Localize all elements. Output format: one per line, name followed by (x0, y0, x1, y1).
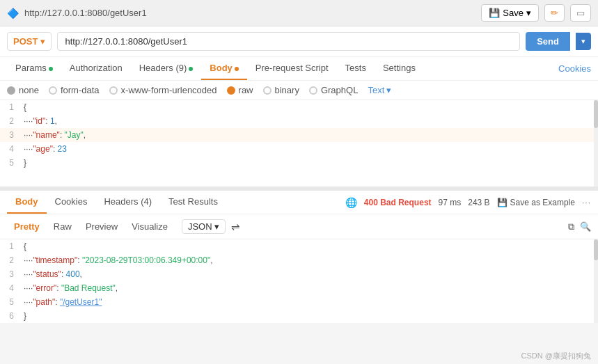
body-dot (235, 67, 239, 71)
format-tab-pretty[interactable]: Pretty (7, 219, 47, 235)
send-chevron-button[interactable]: ▾ (576, 33, 591, 50)
app-icon: 🔷 (7, 8, 19, 19)
binary-radio[interactable] (263, 86, 272, 95)
save-button[interactable]: 💾 Save ▾ (481, 4, 539, 22)
body-type-urlencoded[interactable]: x-www-form-urlencoded (109, 85, 217, 95)
url-input[interactable] (57, 32, 520, 51)
request-line-1: 1 { (0, 100, 598, 114)
response-size: 243 B (468, 198, 489, 207)
tab-settings[interactable]: Settings (375, 57, 424, 80)
method-label: POST (13, 36, 38, 47)
response-tabs: Body Cookies Headers (4) Test Results 🌐 … (0, 191, 598, 214)
json-chevron-icon: ▾ (214, 221, 219, 232)
response-body: 1 { 2 ····"timestamp": "2023-08-29T03:00… (0, 239, 598, 323)
response-tab-headers[interactable]: Headers (4) (95, 191, 160, 214)
response-scrollbar-thumb (594, 239, 598, 260)
request-line-3: 3 ····"name": "Jay", (0, 128, 598, 142)
response-line-4: 4 ····"error": "Bad Request", (0, 281, 598, 295)
response-line-2: 2 ····"timestamp": "2023-08-29T03:00:06.… (0, 253, 598, 267)
nav-tabs: Params Authorization Headers (9) Body Pr… (0, 57, 598, 81)
wrap-icon[interactable]: ⇌ (231, 221, 240, 233)
tab-params[interactable]: Params (7, 57, 61, 80)
urlencoded-radio[interactable] (109, 86, 118, 95)
response-tab-test-results[interactable]: Test Results (160, 191, 226, 214)
save-chevron-icon: ▾ (526, 8, 531, 18)
path-link[interactable]: "/getUser1" (60, 297, 102, 307)
format-tab-raw[interactable]: Raw (47, 219, 79, 235)
response-line-1: 1 { (0, 239, 598, 253)
globe-icon: 🌐 (345, 197, 357, 208)
json-format-select[interactable]: JSON ▾ (182, 219, 226, 234)
cookies-link[interactable]: Cookies (558, 58, 591, 79)
method-select[interactable]: POST ▾ (7, 32, 52, 51)
form-data-label: form-data (61, 85, 100, 95)
watermark: CSDN @康提扣狗兔 (521, 351, 591, 361)
response-section: Body Cookies Headers (4) Test Results 🌐 … (0, 191, 598, 323)
request-line-5: 5 } (0, 156, 598, 170)
body-type-graphql[interactable]: GraphQL (309, 85, 358, 95)
status-text: 400 Bad Request (364, 198, 432, 207)
search-icon[interactable]: 🔍 (580, 221, 591, 232)
text-label: Text (368, 85, 384, 95)
response-time: 97 ms (439, 198, 462, 207)
graphql-radio[interactable] (309, 86, 317, 95)
request-line-4: 4 ····"age": 23 (0, 142, 598, 156)
text-chevron-icon: ▾ (386, 85, 391, 95)
save-example-button[interactable]: 💾 Save as Example (497, 198, 575, 207)
body-type-binary[interactable]: binary (263, 85, 299, 95)
request-line-2: 2 ····"id": 1, (0, 114, 598, 128)
response-more-menu[interactable]: ··· (582, 198, 591, 207)
tab-body[interactable]: Body (201, 57, 247, 80)
response-line-5: 5 ····"path": "/getUser1" (0, 295, 598, 309)
top-bar: 🔷 http://127.0.0.1:8080/getUser1 💾 Save … (0, 0, 598, 26)
form-data-radio[interactable] (49, 86, 57, 95)
editor-scrollbar[interactable] (594, 100, 598, 187)
tab-headers[interactable]: Headers (9) (131, 57, 202, 80)
save-label: Save (503, 8, 524, 18)
method-chevron-icon: ▾ (40, 36, 45, 47)
raw-radio[interactable] (227, 86, 235, 95)
edit-button[interactable]: ✏ (544, 4, 565, 22)
urlencoded-label: x-www-form-urlencoded (121, 85, 217, 95)
none-label: none (19, 85, 39, 95)
comment-button[interactable]: ▭ (570, 4, 591, 22)
copy-icon[interactable]: ⧉ (568, 221, 574, 232)
response-tab-body[interactable]: Body (7, 191, 47, 214)
none-radio[interactable] (7, 86, 15, 95)
tab-tests[interactable]: Tests (337, 57, 375, 80)
tab-authorization[interactable]: Authorization (61, 57, 131, 80)
response-status: 🌐 400 Bad Request 97 ms 243 B 💾 Save as … (345, 197, 591, 208)
text-dropdown[interactable]: Text ▾ (368, 85, 391, 95)
format-actions: ⧉ 🔍 (568, 221, 591, 232)
body-type-tabs: none form-data x-www-form-urlencoded raw… (0, 81, 598, 100)
editor-scrollbar-thumb (594, 100, 598, 128)
graphql-label: GraphQL (321, 85, 358, 95)
tab-pre-request[interactable]: Pre-request Script (247, 57, 337, 80)
request-bar: POST ▾ Send ▾ (0, 26, 598, 57)
response-tab-cookies[interactable]: Cookies (47, 191, 96, 214)
response-line-3: 3 ····"status": 400, (0, 267, 598, 281)
save-example-icon: 💾 (497, 198, 507, 207)
save-disk-icon: 💾 (489, 8, 500, 18)
request-body-editor[interactable]: 1 { 2 ····"id": 1, 3 ····"name": "Jay", … (0, 100, 598, 191)
json-label: JSON (188, 221, 212, 232)
save-example-label: Save as Example (510, 198, 575, 207)
send-button[interactable]: Send (526, 32, 570, 51)
binary-label: binary (275, 85, 299, 95)
headers-dot (189, 67, 193, 71)
params-dot (49, 67, 53, 71)
format-tab-visualize[interactable]: Visualize (125, 219, 175, 235)
body-type-none[interactable]: none (7, 85, 39, 95)
response-line-6: 6 } (0, 309, 598, 323)
body-type-form-data[interactable]: form-data (49, 85, 100, 95)
raw-label: raw (239, 85, 253, 95)
response-format-tabs: Pretty Raw Preview Visualize JSON ▾ ⇌ ⧉ … (0, 214, 598, 239)
response-scrollbar[interactable] (594, 239, 598, 323)
format-tab-preview[interactable]: Preview (79, 219, 125, 235)
body-type-raw[interactable]: raw (227, 85, 253, 95)
top-bar-url: http://127.0.0.1:8080/getUser1 (24, 8, 475, 18)
